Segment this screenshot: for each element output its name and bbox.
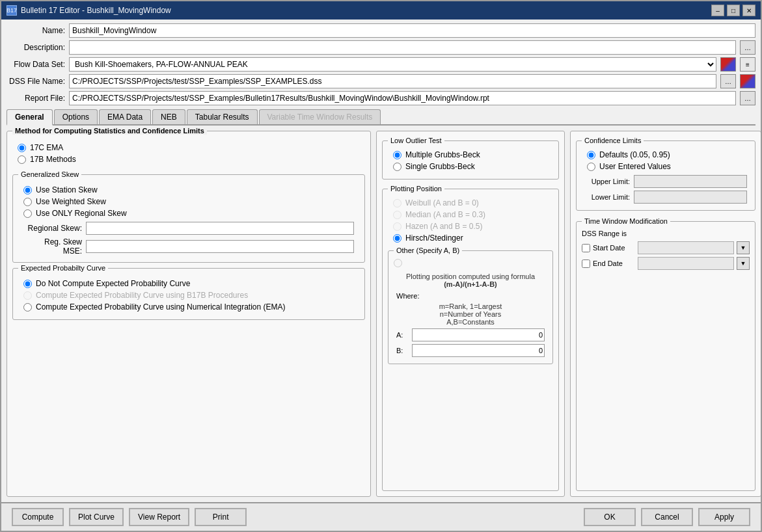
flow-table-button[interactable]: ≡ xyxy=(740,57,755,72)
end-date-checkbox[interactable] xyxy=(582,259,590,268)
view-report-button[interactable]: View Report xyxy=(129,508,189,526)
right-panel: Confidence Limits Defaults (0.05, 0.95) … xyxy=(570,131,761,497)
dss-chart-button[interactable] xyxy=(740,74,755,88)
titlebar-buttons: – □ ✕ xyxy=(711,5,755,16)
maximize-button[interactable]: □ xyxy=(727,5,740,16)
app-icon: B17 xyxy=(7,5,17,16)
start-date-row: Start Date ▼ xyxy=(582,240,750,256)
plotting-position-panel: Plotting Position Weibull (A and B = 0) … xyxy=(382,189,559,491)
plot-curve-button[interactable]: Plot Curve xyxy=(69,508,124,526)
tab-options[interactable]: Options xyxy=(54,109,98,124)
single-grubbs-beck[interactable]: Single Grubbs-Beck xyxy=(393,162,548,171)
titlebar: B17 Bulletin 17 Editor - Bushkill_Moving… xyxy=(1,1,761,20)
main-content: Method for Computing Statistics and Conf… xyxy=(1,126,761,502)
median-radio xyxy=(393,211,401,219)
start-date-picker-button[interactable]: ▼ xyxy=(737,241,750,254)
method-17c[interactable]: 17C EMA xyxy=(18,143,360,152)
print-button[interactable]: Print xyxy=(195,508,247,526)
method-17b[interactable]: 17B Methods xyxy=(18,155,360,164)
use-station-skew[interactable]: Use Station Skew xyxy=(23,185,354,194)
minimize-button[interactable]: – xyxy=(711,5,724,16)
close-button[interactable]: ✕ xyxy=(742,5,755,16)
median: Median (A and B = 0.3) xyxy=(393,210,548,219)
end-date-row: End Date ▼ xyxy=(582,256,750,271)
start-date-checkbox[interactable] xyxy=(582,244,590,252)
no-expected-prob[interactable]: Do Not Compute Expected Probability Curv… xyxy=(23,279,354,288)
weighted-skew-radio[interactable] xyxy=(23,198,32,206)
method-17c-radio[interactable] xyxy=(18,144,26,152)
reg-mse-label: Reg. Skew MSE: xyxy=(23,237,82,256)
user-conf-radio[interactable] xyxy=(587,163,595,171)
dss-input[interactable] xyxy=(69,74,716,88)
tab-general[interactable]: General xyxy=(7,109,53,126)
bottom-right-buttons: OK Cancel Apply xyxy=(584,508,750,526)
a-input[interactable] xyxy=(412,328,545,341)
ok-button[interactable]: OK xyxy=(584,508,636,526)
report-input[interactable] xyxy=(69,91,736,105)
reg-mse-row: Reg. Skew MSE: xyxy=(18,236,359,257)
end-date-picker-button[interactable]: ▼ xyxy=(737,257,750,270)
conf-radio-group: Defaults (0.05, 0.95) User Entered Value… xyxy=(582,148,750,174)
hirsch-stedinger[interactable]: Hirsch/Stedinger xyxy=(393,233,548,243)
regional-skew-label: Regional Skew: xyxy=(23,224,82,233)
flow-select[interactable]: Bush Kill-Shoemakers, PA-FLOW-ANNUAL PEA… xyxy=(69,57,716,72)
b-row: B: xyxy=(394,343,547,358)
end-date-input[interactable] xyxy=(638,257,734,270)
bottom-left-buttons: Compute Plot Curve View Report Print xyxy=(12,508,247,526)
multiple-grubbs-radio[interactable] xyxy=(393,151,401,159)
upper-limit-input[interactable] xyxy=(634,175,747,188)
dss-browse-button[interactable]: … xyxy=(720,74,736,88)
user-entered-conf[interactable]: User Entered Values xyxy=(587,162,744,171)
b-input[interactable] xyxy=(412,344,545,357)
hirsch-radio[interactable] xyxy=(393,234,401,243)
description-label: Description: xyxy=(7,43,65,52)
lower-limit-input[interactable] xyxy=(634,191,747,204)
description-browse-button[interactable]: … xyxy=(740,40,755,55)
description-input[interactable] xyxy=(69,40,736,55)
plotting-legend: Plotting Position xyxy=(388,185,444,193)
name-input[interactable] xyxy=(69,23,755,38)
titlebar-left: B17 Bulletin 17 Editor - Bushkill_Moving… xyxy=(7,5,171,16)
tabs-area: General Options EMA Data NEB Tabular Res… xyxy=(1,109,761,126)
time-window-panel: Time Window Modification DSS Range is St… xyxy=(576,221,755,491)
dss-label: DSS File Name: xyxy=(7,77,65,86)
a-row: A: xyxy=(394,327,547,343)
hazen-radio xyxy=(393,222,401,231)
apply-button[interactable]: Apply xyxy=(698,508,750,526)
use-weighted-skew[interactable]: Use Weighted Skew xyxy=(23,197,354,206)
station-skew-radio[interactable] xyxy=(23,186,32,194)
window-title: Bulletin 17 Editor - Bushkill_MovingWind… xyxy=(21,6,171,15)
b17b-expected-prob: Compute Expected Probability Curve using… xyxy=(23,291,354,300)
start-date-input[interactable] xyxy=(638,241,734,254)
b17b-expected-radio xyxy=(23,291,32,300)
method-17b-radio[interactable] xyxy=(18,155,26,164)
numerical-expected-prob[interactable]: Compute Expected Probability Curve using… xyxy=(23,302,354,312)
regional-skew-radio[interactable] xyxy=(23,209,32,218)
tab-tabular-results[interactable]: Tabular Results xyxy=(187,109,258,124)
tab-neb[interactable]: NEB xyxy=(152,109,185,124)
main-window: B17 Bulletin 17 Editor - Bushkill_Moving… xyxy=(0,0,762,532)
low-outlier-legend: Low Outlier Test xyxy=(388,137,444,144)
form-area: Name: Description: … Flow Data Set: Bush… xyxy=(1,20,761,109)
compute-button[interactable]: Compute xyxy=(12,508,64,526)
defaults-conf[interactable]: Defaults (0.05, 0.95) xyxy=(587,150,744,159)
tab-ema-data[interactable]: EMA Data xyxy=(99,109,151,124)
report-browse-button[interactable]: … xyxy=(740,91,755,105)
b-label: B: xyxy=(396,347,409,354)
no-expected-radio[interactable] xyxy=(23,280,32,288)
use-only-regional-skew[interactable]: Use ONLY Regional Skew xyxy=(23,209,354,218)
flow-chart-button[interactable] xyxy=(720,57,736,72)
reg-mse-input[interactable] xyxy=(86,240,354,253)
single-grubbs-radio[interactable] xyxy=(393,163,401,171)
regional-skew-row: Regional Skew: xyxy=(18,220,359,236)
cancel-button[interactable]: Cancel xyxy=(641,508,693,526)
expected-prob-panel: Expected Probabilty Curve Do Not Compute… xyxy=(12,268,365,320)
skew-radio-group: Use Station Skew Use Weighted Skew Use O… xyxy=(18,183,359,220)
a-label: A: xyxy=(396,331,409,339)
defaults-conf-radio[interactable] xyxy=(587,151,595,159)
multiple-grubbs-beck[interactable]: Multiple Grubbs-Beck xyxy=(393,150,548,159)
low-outlier-radio-group: Multiple Grubbs-Beck Single Grubbs-Beck xyxy=(388,148,553,174)
numerical-expected-radio[interactable] xyxy=(23,303,32,312)
name-row: Name: xyxy=(7,23,755,38)
regional-skew-input[interactable] xyxy=(86,222,354,235)
